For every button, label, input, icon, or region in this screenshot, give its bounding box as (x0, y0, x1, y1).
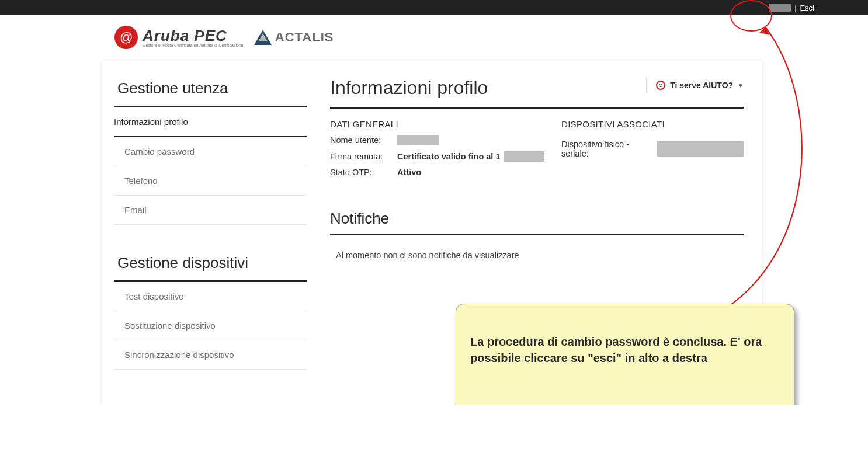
sidebar: Gestione utenza Informazioni profilo Cam… (114, 77, 307, 370)
label-nome-utente: Nome utente: (330, 135, 397, 145)
logo-row: Aruba PEC Gestore di Posta Certificata e… (0, 15, 868, 55)
notifications-section: Notifiche Al momento non ci sono notific… (330, 210, 744, 275)
value-nome-utente (397, 135, 552, 145)
sidebar-group1-list: Informazioni profilo Cambio password Tel… (114, 107, 307, 225)
label-firma-remota: Firma remota: (330, 152, 397, 161)
label-stato-otp: Stato OTP: (330, 168, 397, 177)
user-block: | Esci (769, 4, 814, 12)
sidebar-group2-title: Gestione dispositivi (114, 252, 307, 280)
sidebar-group1-title: Gestione utenza (114, 77, 307, 106)
aruba-logo-text: Aruba PEC (143, 28, 244, 43)
sidebar-item-informazioni-profilo[interactable]: Informazioni profilo (114, 107, 307, 137)
triangle-icon (254, 30, 272, 45)
help-button[interactable]: Ti serve AIUTO? ▼ (646, 77, 744, 93)
help-label: Ti serve AIUTO? (670, 81, 733, 90)
redacted-username (769, 4, 791, 12)
sidebar-item-sincronizzazione-dispositivo[interactable]: Sincronizzazione dispositivo (114, 340, 307, 370)
wax-seal-icon (114, 26, 138, 49)
annotation-callout: La procedura di cambio password è conclu… (456, 304, 794, 405)
redacted-value (397, 135, 439, 145)
sidebar-group2-list: Test dispositivo Sostituzione dispositiv… (114, 282, 307, 370)
sidebar-item-email[interactable]: Email (114, 196, 307, 225)
notifications-title: Notifiche (330, 210, 744, 234)
redacted-value (657, 141, 744, 157)
help-icon (656, 81, 665, 90)
devices-block: DISPOSITIVI ASSOCIATI Dispositivo fisico… (558, 119, 744, 177)
devices-heading: DISPOSITIVI ASSOCIATI (561, 119, 744, 135)
redacted-value (504, 151, 544, 162)
logout-link[interactable]: Esci (800, 4, 814, 12)
page-title: Informazioni profilo (330, 77, 488, 99)
chevron-down-icon: ▼ (738, 82, 744, 89)
separator: | (794, 4, 796, 12)
value-firma-remota: Certificato valido fino al 1 (397, 151, 552, 162)
general-data-block: DATI GENERALI Nome utente: Firma remota:… (330, 119, 552, 177)
actalis-logo: ACTALIS (254, 30, 334, 45)
sidebar-item-cambio-password[interactable]: Cambio password (114, 137, 307, 166)
actalis-logo-text: ACTALIS (275, 30, 334, 45)
top-bar: | Esci (0, 0, 868, 15)
general-data-heading: DATI GENERALI (330, 119, 552, 135)
sidebar-item-test-dispositivo[interactable]: Test dispositivo (114, 282, 307, 311)
aruba-logo-subtext: Gestore di Posta Certificata ed Autorità… (143, 43, 244, 47)
label-dispositivo-fisico: Dispositivo fisico - seriale: (561, 140, 651, 158)
sidebar-item-telefono[interactable]: Telefono (114, 166, 307, 196)
notifications-empty-message: Al momento non ci sono notifiche da visu… (330, 235, 744, 275)
value-stato-otp: Attivo (397, 168, 552, 177)
callout-text: La procedura di cambio password è conclu… (470, 335, 762, 364)
aruba-pec-logo: Aruba PEC Gestore di Posta Certificata e… (114, 26, 244, 49)
sidebar-item-sostituzione-dispositivo[interactable]: Sostituzione dispositivo (114, 311, 307, 340)
